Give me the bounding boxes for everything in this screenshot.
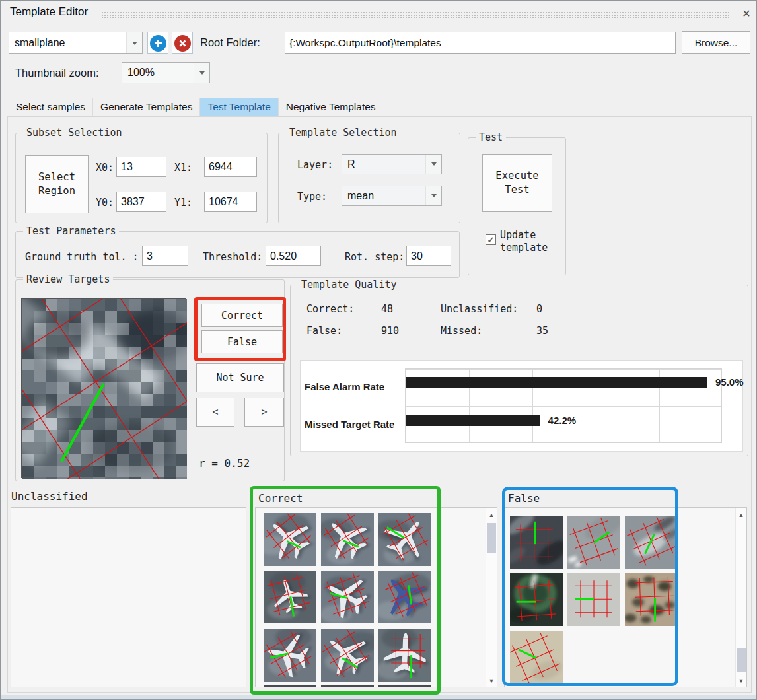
field-label: X0: [96,162,114,174]
correct-list-scrollbar[interactable]: ▲ ▼ [486,508,497,687]
field-label: Threshold: [203,251,262,263]
tab-generate-templates[interactable]: Generate Templates [92,98,199,116]
target-thumbnail-partial[interactable] [378,685,431,687]
stat-label: Correct: [306,303,354,315]
tab-strip: Select samplesGenerate TemplatesTest Tem… [9,98,383,116]
false-panel-label: False [508,492,540,505]
field-input[interactable] [142,246,188,266]
correct-button[interactable]: Correct [201,304,283,327]
scroll-up-icon[interactable]: ▲ [486,510,497,520]
tab-negative-templates[interactable]: Negative Templates [278,98,383,116]
target-thumbnail[interactable] [510,573,563,626]
target-thumbnail[interactable] [625,516,678,569]
field-input[interactable] [204,157,257,177]
target-thumbnail[interactable] [378,571,431,623]
target-thumbnail-partial[interactable] [321,685,374,687]
target-thumbnail[interactable] [321,513,374,566]
field-label: X1: [174,162,192,174]
target-thumbnail[interactable] [321,629,374,682]
layer-combobox[interactable]: R [342,154,442,174]
chevron-down-icon[interactable] [425,155,441,174]
false-button[interactable]: False [201,330,283,353]
template-name-value: smallplane [9,37,126,49]
correct-list[interactable]: ▲ ▼ [255,507,497,687]
unclassified-panel-label: Unclassified [11,490,88,503]
quality-bar-chart: 95.0%42.2% False Alarm RateMissed Target… [300,360,743,452]
update-template-checkbox[interactable]: ✓ [486,234,496,245]
delete-template-button[interactable] [172,32,193,54]
false-list[interactable]: ▲ ▼ [504,507,747,687]
template-editor-window: Template Editor ✕ smallplane Root Folder… [0,0,757,700]
target-thumbnail[interactable] [510,516,563,569]
stat-value: 48 [381,303,393,315]
root-folder-label: Root Folder: [200,36,260,49]
update-template-label: Update template [500,229,561,254]
test-parameters-title: Test Parameters [23,225,119,237]
template-name-combobox[interactable]: smallplane [9,32,143,54]
target-thumbnail[interactable] [510,631,563,683]
scroll-up-icon[interactable]: ▲ [736,510,746,520]
not-sure-button[interactable]: Not Sure [196,363,284,392]
field-input[interactable] [116,192,166,212]
target-thumbnail[interactable] [378,513,431,566]
add-template-button[interactable] [147,32,168,54]
title-dotted-divider [101,11,729,18]
thumbnail-zoom-combobox[interactable]: 100% [122,62,210,83]
chart-plot-area: 95.0%42.2% [405,368,722,443]
cross-icon [174,35,191,52]
prev-target-button[interactable]: < [196,398,234,427]
template-quality-group: Template Quality Correct:48Unclassified:… [290,285,748,456]
review-targets-title: Review Targets [23,273,113,285]
false-list-scrollbar[interactable]: ▲ ▼ [735,508,746,687]
review-targets-group: Review Targets Correct False Not Sure < … [15,279,285,481]
chart-bar [406,415,540,426]
field-input[interactable] [116,157,166,177]
type-combobox[interactable]: mean [342,186,442,206]
correlation-value: r = 0.52 [199,457,250,470]
target-thumbnail[interactable] [264,513,316,566]
unclassified-list[interactable] [11,507,246,687]
field-input[interactable] [406,246,451,266]
field-input[interactable] [204,192,257,212]
field-label: Y1: [174,197,192,209]
type-label: Type: [297,191,327,203]
scroll-down-icon[interactable]: ▼ [736,676,746,686]
target-thumbnail[interactable] [625,573,678,626]
test-title: Test [476,131,506,143]
stat-label: Missed: [441,325,482,337]
template-selection-group: Template Selection Layer: R Type: mean [278,133,460,223]
tab-select-samples[interactable]: Select samples [9,98,92,116]
select-region-button[interactable]: Select Region [25,155,89,213]
window-title: Template Editor [10,5,88,18]
chevron-down-icon[interactable] [194,63,209,83]
execute-test-button[interactable]: Execute Test [482,154,552,212]
scrollbar-thumb[interactable] [737,648,746,672]
target-thumbnail[interactable] [567,573,620,626]
chart-value-label: 95.0% [715,376,744,388]
chevron-down-icon[interactable] [425,186,441,205]
scrollbar-thumb[interactable] [487,523,496,553]
execute-test-label: Execute Test [489,169,545,197]
next-target-button[interactable]: > [244,398,284,427]
review-target-image [21,298,186,478]
window-bottom-edge [1,695,757,700]
close-icon[interactable]: ✕ [739,7,754,21]
browse-button[interactable]: Browse... [682,31,750,54]
target-thumbnail-partial[interactable] [264,685,316,687]
thumbnail-zoom-value: 100% [122,67,194,79]
scroll-down-icon[interactable]: ▼ [486,676,497,686]
thumbnail-zoom-label: Thumbnail zoom: [15,67,99,79]
chevron-down-icon[interactable] [126,32,142,53]
target-thumbnail[interactable] [378,629,431,682]
target-thumbnail[interactable] [321,571,374,623]
tab-test-template[interactable]: Test Template [199,98,277,116]
field-input[interactable] [266,246,321,266]
select-region-label: Select Region [33,170,81,198]
field-label: Rot. step: [345,251,404,263]
target-thumbnail[interactable] [264,629,316,682]
field-label: Y0: [96,197,114,209]
layer-value: R [342,158,425,170]
root-folder-input[interactable] [285,32,676,54]
target-thumbnail[interactable] [264,571,316,623]
target-thumbnail[interactable] [567,516,620,569]
